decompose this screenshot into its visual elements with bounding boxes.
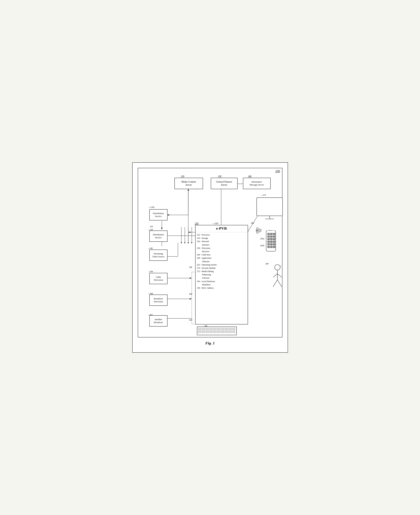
svg-line-63 <box>273 274 278 277</box>
epvr-item-6b: Software <box>197 260 246 263</box>
person-svg <box>270 264 285 291</box>
svg-rect-59 <box>270 246 272 248</box>
svg-rect-82 <box>217 331 220 333</box>
cable-television-label: CableTelevision <box>154 276 163 282</box>
svg-rect-54 <box>273 241 275 243</box>
signal-waves-svg <box>252 224 266 238</box>
ref-274: —274 <box>261 194 266 196</box>
epvr-item-10b: Identifiers <box>197 283 246 286</box>
ref-394: —394 <box>148 270 153 273</box>
svg-line-65 <box>273 280 278 287</box>
svg-rect-46 <box>268 236 270 238</box>
svg-rect-86 <box>232 331 235 333</box>
svg-rect-49 <box>268 238 270 240</box>
distribution-service-top-label: DistributionService <box>153 212 164 218</box>
epvr-item-9b: Enhancing <box>197 273 246 276</box>
epvr-item-1: 252 - Processor <box>197 233 246 237</box>
tv-monitor-svg <box>256 197 286 220</box>
svg-rect-74 <box>225 328 228 330</box>
epvr-item-4b: Receiver <box>197 250 246 253</box>
satellite-broadcast-label: SatelliteBroadcast <box>154 318 163 324</box>
page-container: 100 <box>132 162 288 353</box>
ref-400: 400 <box>189 293 192 295</box>
ref-250: 250 <box>195 222 198 225</box>
svg-rect-69 <box>206 328 209 330</box>
cable-television-box: CableTelevision <box>149 273 167 284</box>
svg-rect-70 <box>210 328 213 330</box>
satellite-broadcast-box: SatelliteBroadcast <box>149 315 167 327</box>
svg-marker-13 <box>188 242 189 244</box>
svg-point-61 <box>275 265 280 270</box>
ref-382: —382 <box>148 247 153 250</box>
epvr-item-3b: Interface <box>197 243 246 246</box>
distribution-service-top-box: DistributionService <box>149 209 167 220</box>
ref-282a: 282a <box>260 238 264 240</box>
informative-message-server-box: InformativeMessage Server <box>243 178 271 189</box>
svg-rect-55 <box>268 244 270 245</box>
epvr-item-3: 256 - Network <box>197 240 246 243</box>
svg-rect-75 <box>229 328 232 330</box>
svg-rect-47 <box>270 236 272 238</box>
svg-rect-67 <box>198 328 201 330</box>
general-purpose-server-label: General PurposeServer <box>216 180 232 187</box>
svg-rect-53 <box>270 241 272 243</box>
ref-378: 378 <box>218 175 222 178</box>
svg-rect-73 <box>221 328 224 330</box>
svg-rect-50 <box>270 238 272 240</box>
broadcast-television-box: BroadcastTelevision <box>149 295 167 306</box>
epvr-item-9c: Software <box>197 276 246 280</box>
epvr-item-4: 258 - Television <box>197 246 246 250</box>
ref-404: 404 <box>189 319 192 321</box>
distribution-service-mid-box: DistributionService <box>149 231 167 242</box>
svg-line-64 <box>278 274 282 277</box>
svg-rect-77 <box>198 331 201 333</box>
ref-120a: —120a <box>149 206 155 209</box>
ref-396: 396 <box>189 266 192 269</box>
ref-376: 376 <box>181 175 184 178</box>
ref-282b: 282b <box>260 244 264 247</box>
svg-rect-57 <box>273 244 275 245</box>
keyboard-svg <box>198 328 236 334</box>
svg-rect-56 <box>270 244 272 245</box>
ref-380: 380 <box>248 175 252 178</box>
epvr-item-10: 336 - Local Hardware <box>197 280 246 283</box>
svg-rect-85 <box>229 331 232 333</box>
svg-rect-76 <box>232 328 235 330</box>
informative-message-server-label: InformativeMessage Server <box>249 180 264 186</box>
streaming-video-label: StreamingVideo Source <box>152 252 165 258</box>
svg-rect-44 <box>270 233 272 235</box>
svg-rect-51 <box>273 238 275 240</box>
svg-rect-79 <box>206 331 209 333</box>
epvr-item-9: 272 - Media Editing <box>197 270 246 273</box>
epvr-items: 252 - Processor 254 - Storage 256 - Netw… <box>195 232 248 291</box>
svg-rect-71 <box>213 328 217 330</box>
diagram-area: 100 <box>138 168 282 337</box>
svg-rect-52 <box>268 241 270 243</box>
svg-marker-11 <box>181 242 182 244</box>
media-content-server-label: Media ContentServer <box>181 180 196 187</box>
media-content-server-box: Media ContentServer <box>174 178 203 189</box>
svg-point-41 <box>257 230 258 231</box>
general-purpose-server-box: General PurposeServer <box>211 178 238 189</box>
svg-rect-81 <box>213 331 217 333</box>
svg-marker-12 <box>184 242 186 244</box>
epvr-item-2: 254 - Storage <box>197 237 246 240</box>
svg-rect-45 <box>273 233 275 235</box>
svg-rect-60 <box>273 246 275 248</box>
svg-rect-68 <box>202 328 205 330</box>
epvr-item-7: 262 - Operating System <box>197 263 246 267</box>
svg-rect-83 <box>221 331 224 333</box>
svg-rect-78 <box>202 331 205 333</box>
ref-110: —110 <box>212 222 218 225</box>
ref-280: 280 <box>265 262 269 265</box>
keyboard-box <box>197 327 237 335</box>
epvr-item-5: 260 - Cable Box <box>197 253 246 256</box>
epvr-title: e-PVR <box>195 225 248 232</box>
epvr-item-11: 338 - MAC Address <box>197 286 246 290</box>
remote-control-svg <box>264 231 278 253</box>
ref-150: 150 <box>150 225 153 228</box>
svg-line-66 <box>278 280 282 287</box>
svg-rect-72 <box>217 328 220 330</box>
svg-rect-43 <box>268 233 270 235</box>
svg-rect-48 <box>273 236 275 238</box>
